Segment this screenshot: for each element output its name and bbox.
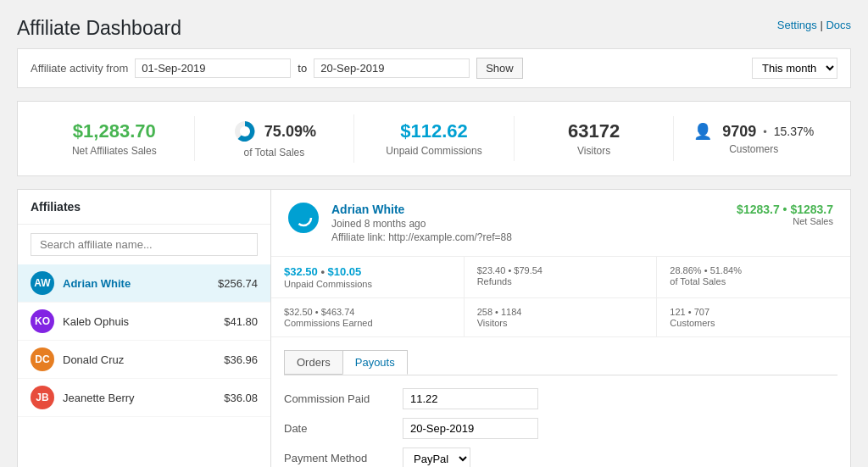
affiliate-list: AW Adrian White $256.74 KO Kaleb Ophuis … — [18, 264, 270, 417]
date-to-input[interactable] — [314, 58, 470, 78]
affiliate-name: Adrian White — [63, 277, 218, 290]
payment-method-label: Payment Method — [284, 448, 394, 464]
search-box — [18, 225, 270, 264]
commission-paid-label: Commission Paid — [284, 388, 394, 405]
docs-link[interactable]: Docs — [826, 19, 851, 31]
avatar: KO — [31, 309, 54, 333]
customers-bullet: 15.37% — [774, 125, 814, 138]
payout-form: Commission Paid Date Payment Method PayP… — [284, 388, 837, 467]
affiliates-header: Affiliates — [18, 190, 270, 225]
show-button[interactable]: Show — [476, 58, 523, 79]
tab-payouts[interactable]: Payouts — [342, 350, 408, 375]
date-from-input[interactable] — [135, 58, 291, 78]
affiliate-amount: $256.74 — [218, 277, 258, 290]
search-input[interactable] — [31, 233, 258, 256]
svg-point-1 — [240, 126, 250, 136]
list-item[interactable]: AW Adrian White $256.74 — [18, 264, 270, 303]
stat-visitors-detail: 258 • 1184 Visitors — [465, 298, 658, 336]
date-label: Date — [284, 418, 394, 435]
svg-point-2 — [296, 210, 311, 225]
stat-customers-detail: 121 • 707 Customers — [657, 298, 850, 336]
total-sales-label: of Total Sales — [208, 147, 342, 158]
visitors-value: 63172 — [527, 120, 661, 142]
net-sales-block: $1283.7 • $1283.7 Net Sales — [737, 203, 833, 226]
stat-visitors: 63172 Visitors — [515, 116, 675, 161]
tab-orders[interactable]: Orders — [284, 350, 343, 375]
affiliate-detail-name[interactable]: Adrian White — [331, 203, 724, 216]
affiliate-spinner-icon — [288, 203, 319, 233]
affiliate-detail-header: Adrian White Joined 8 months ago Affilia… — [271, 190, 850, 257]
list-item[interactable]: KO Kaleb Ophuis $41.80 — [18, 303, 270, 341]
stat-unpaid-commissions: $112.62 Unpaid Commissions — [354, 116, 515, 161]
stat-total-sales: 75.09% of Total Sales — [195, 114, 355, 163]
affiliate-joined: Joined 8 months ago — [331, 218, 724, 230]
net-sales-label: Net Sales — [737, 216, 833, 226]
commission-paid-input[interactable] — [403, 388, 538, 409]
avatar: DC — [31, 347, 54, 371]
stat-unpaid-comm: $32.50 • $10.05 Unpaid Commissions — [271, 257, 465, 297]
affiliate-stats-grid: $32.50 • $10.05 Unpaid Commissions $23.4… — [271, 257, 850, 298]
activity-bar: Affiliate activity from to Show This mon… — [17, 48, 851, 88]
payment-method-select[interactable]: PayPal — [403, 448, 470, 467]
payment-method-row: Payment Method PayPal — [284, 448, 837, 467]
avatar: JB — [31, 386, 54, 409]
detail-panel: Adrian White Joined 8 months ago Affilia… — [271, 189, 851, 467]
customers-label: Customers — [687, 143, 821, 155]
main-content: Affiliates AW Adrian White $256.74 KO Ka… — [17, 189, 851, 467]
affiliate-amount: $36.08 — [224, 392, 258, 404]
pie-chart-icon — [232, 119, 258, 144]
net-sales-value: $1,283.70 — [47, 120, 181, 142]
avatar: AW — [31, 271, 54, 295]
affiliate-amount: $36.96 — [224, 353, 258, 366]
stat-customers: 👤 9709 • 15.37% Customers — [674, 118, 833, 159]
date-row: Date — [284, 418, 837, 439]
net-sales-values: $1283.7 • $1283.7 — [737, 203, 833, 216]
top-links: Settings | Docs — [777, 19, 851, 31]
net-sales-label: Net Affiliates Sales — [47, 145, 181, 157]
affiliate-stats-grid-2: $32.50 • $463.74 Commissions Earned 258 … — [271, 298, 850, 337]
affiliate-name: Jeanette Berry — [63, 392, 224, 404]
tabs-section: Orders Payouts Commission Paid Date Paym… — [271, 337, 850, 467]
date-input[interactable] — [403, 418, 538, 439]
tabs-header: Orders Payouts — [284, 350, 837, 375]
affiliate-name: Donald Cruz — [63, 353, 224, 366]
customers-value: 9709 — [722, 123, 756, 141]
period-select[interactable]: This month — [752, 58, 837, 79]
list-item[interactable]: DC Donald Cruz $36.96 — [18, 341, 270, 379]
stat-comm-earned: $32.50 • $463.74 Commissions Earned — [271, 298, 465, 336]
affiliate-amount: $41.80 — [224, 315, 258, 328]
list-item[interactable]: JB Jeanette Berry $36.08 — [18, 379, 270, 417]
stat-net-sales: $1,283.70 Net Affiliates Sales — [35, 116, 195, 161]
stat-refunds: $23.40 • $79.54 Refunds — [465, 257, 658, 297]
unpaid-commissions-value: $112.62 — [367, 120, 501, 142]
affiliate-link: Affiliate link: http://example.com/?ref=… — [331, 231, 724, 243]
activity-from-label: Affiliate activity from — [31, 62, 128, 75]
commission-paid-row: Commission Paid — [284, 388, 837, 409]
total-sales-percent: 75.09% — [264, 123, 316, 141]
settings-link[interactable]: Settings — [777, 19, 817, 31]
affiliates-panel: Affiliates AW Adrian White $256.74 KO Ka… — [17, 189, 271, 467]
stats-bar: $1,283.70 Net Affiliates Sales 75.09% of… — [17, 101, 851, 176]
affiliate-name: Kaleb Ophuis — [63, 315, 224, 328]
activity-bar-left: Affiliate activity from to Show — [31, 58, 523, 79]
stat-total-sales-pct: 28.86% • 51.84% of Total Sales — [657, 257, 850, 297]
person-icon: 👤 — [693, 122, 712, 141]
unpaid-commissions-label: Unpaid Commissions — [367, 145, 501, 157]
visitors-label: Visitors — [527, 145, 661, 157]
page-title: Affiliate Dashboard — [0, 0, 868, 48]
